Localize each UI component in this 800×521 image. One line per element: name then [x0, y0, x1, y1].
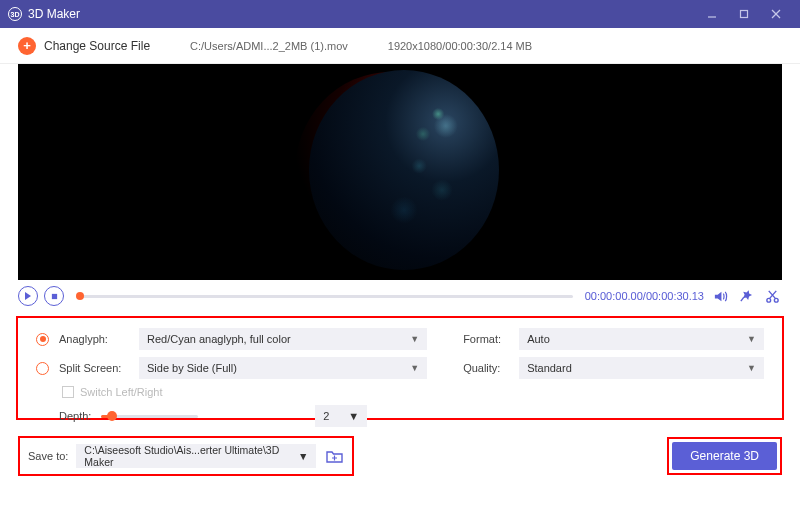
settings-panel: Anaglyph: Red/Cyan anaglyph, full color▼…: [16, 316, 784, 420]
svg-rect-4: [51, 293, 56, 298]
quality-dropdown[interactable]: Standard▼: [519, 357, 764, 379]
save-path-dropdown[interactable]: C:\Aiseesoft Studio\Ais...erter Ultimate…: [76, 444, 316, 468]
svg-rect-1: [741, 11, 748, 18]
switch-checkbox[interactable]: [62, 386, 74, 398]
change-source-button[interactable]: + Change Source File: [18, 37, 150, 55]
anaglyph-dropdown[interactable]: Red/Cyan anaglyph, full color▼: [139, 328, 427, 350]
split-screen-dropdown[interactable]: Side by Side (Full)▼: [139, 357, 427, 379]
svg-point-5: [766, 298, 770, 302]
format-label: Format:: [463, 333, 509, 345]
seek-slider[interactable]: [76, 295, 573, 298]
source-file-path: C:/Users/ADMI...2_2MB (1).mov: [190, 40, 348, 52]
plus-icon: +: [18, 37, 36, 55]
play-button[interactable]: [18, 286, 38, 306]
stop-button[interactable]: [44, 286, 64, 306]
split-screen-label: Split Screen:: [59, 362, 129, 374]
minimize-button[interactable]: [696, 0, 728, 28]
anaglyph-radio[interactable]: [36, 333, 49, 346]
generate-3d-button[interactable]: Generate 3D: [672, 442, 777, 470]
switch-left-right-row: Switch Left/Right: [62, 386, 427, 398]
video-preview: [18, 64, 782, 280]
anaglyph-label: Anaglyph:: [59, 333, 129, 345]
volume-button[interactable]: [710, 286, 730, 306]
svg-point-6: [774, 298, 778, 302]
browse-folder-button[interactable]: [324, 446, 344, 466]
time-display: 00:00:00.00/00:00:30.13: [585, 290, 704, 302]
snapshot-button[interactable]: [736, 286, 756, 306]
content-area: + Change Source File C:/Users/ADMI...2_2…: [0, 28, 800, 521]
save-to-label: Save to:: [28, 450, 68, 462]
change-source-label: Change Source File: [44, 39, 150, 53]
cut-button[interactable]: [762, 286, 782, 306]
title-bar: 3D 3D Maker: [0, 0, 800, 28]
save-to-group: Save to: C:\Aiseesoft Studio\Ais...erter…: [18, 436, 354, 476]
preview-frame: [295, 68, 505, 276]
source-toolbar: + Change Source File C:/Users/ADMI...2_2…: [0, 28, 800, 64]
quality-label: Quality:: [463, 362, 509, 374]
app-logo-icon: 3D: [8, 7, 22, 21]
close-button[interactable]: [760, 0, 792, 28]
format-dropdown[interactable]: Auto▼: [519, 328, 764, 350]
split-screen-radio[interactable]: [36, 362, 49, 375]
maximize-button[interactable]: [728, 0, 760, 28]
depth-slider[interactable]: [101, 415, 198, 418]
playback-bar: 00:00:00.00/00:00:30.13: [0, 280, 800, 316]
source-file-info: 1920x1080/00:00:30/2.14 MB: [388, 40, 532, 52]
switch-label: Switch Left/Right: [80, 386, 163, 398]
window-title: 3D Maker: [28, 7, 696, 21]
footer-bar: Save to: C:\Aiseesoft Studio\Ais...erter…: [0, 420, 800, 490]
generate-3d-wrapper: Generate 3D: [667, 437, 782, 475]
